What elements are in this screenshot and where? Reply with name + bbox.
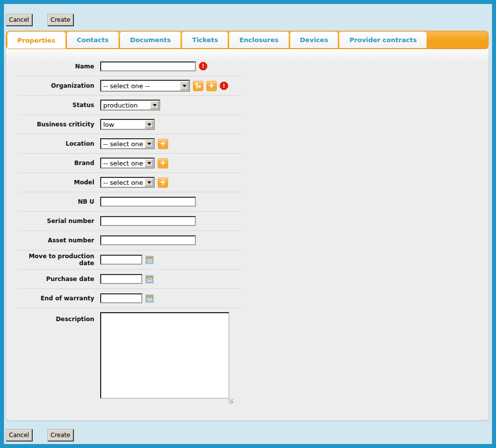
organization-select[interactable]: -- select one -- xyxy=(100,80,190,92)
serial-number-input[interactable] xyxy=(100,216,196,226)
field-row-nb-u: NB U xyxy=(18,192,240,211)
move-to-production-date-input[interactable] xyxy=(100,255,142,265)
chevron-down-icon[interactable] xyxy=(145,178,153,186)
status-select[interactable]: production xyxy=(100,100,160,111)
field-row-purchase-date: Purchase date xyxy=(18,269,240,288)
model-label: Model xyxy=(18,179,94,186)
field-row-business-criticity: Business criticity low xyxy=(18,114,240,134)
field-row-brand: Brand -- select one -- + xyxy=(18,153,240,172)
business-criticity-label: Business criticity xyxy=(18,121,94,128)
tab-provider-contracts[interactable]: Provider contracts xyxy=(339,32,427,48)
description-textarea[interactable] xyxy=(100,312,229,398)
move-to-production-date-label: Move to production date xyxy=(18,253,94,267)
description-label: Description xyxy=(18,308,94,323)
hierarchy-icon xyxy=(195,83,201,89)
model-select-value: -- select one -- xyxy=(103,179,144,186)
chevron-down-icon[interactable] xyxy=(145,120,153,128)
chevron-down-icon[interactable] xyxy=(180,81,188,90)
tab-enclosures[interactable]: Enclosures xyxy=(229,32,288,48)
field-row-status: Status production xyxy=(18,95,240,114)
location-select-value: -- select one -- xyxy=(103,140,144,148)
mandatory-icon: ! xyxy=(220,82,228,90)
tab-properties[interactable]: Properties xyxy=(7,32,65,49)
location-label: Location xyxy=(18,140,94,147)
business-criticity-select-value: low xyxy=(103,121,144,128)
field-row-description: Description xyxy=(18,308,240,413)
chevron-down-icon[interactable] xyxy=(145,159,153,167)
name-input[interactable] xyxy=(100,61,196,71)
calendar-icon[interactable] xyxy=(145,275,154,283)
tab-bar: Properties Contacts Documents Tickets En… xyxy=(6,31,489,49)
tab-documents[interactable]: Documents xyxy=(120,32,181,48)
tab-tickets[interactable]: Tickets xyxy=(182,32,228,48)
brand-select[interactable]: -- select one -- xyxy=(100,158,155,168)
resize-handle[interactable] xyxy=(229,399,233,403)
nb-u-input[interactable] xyxy=(100,197,196,207)
end-of-warranty-input[interactable] xyxy=(100,293,142,303)
brand-select-value: -- select one -- xyxy=(103,160,144,167)
tab-devices[interactable]: Devices xyxy=(290,32,338,48)
purchase-date-label: Purchase date xyxy=(18,276,94,282)
create-button[interactable]: Create xyxy=(48,429,74,442)
properties-panel: Name ! Organization -- select one -- xyxy=(6,49,489,420)
field-row-location: Location -- select one -- + xyxy=(18,134,240,153)
add-icon: + xyxy=(160,160,166,167)
calendar-icon[interactable] xyxy=(145,256,154,264)
field-row-model: Model -- select one -- + xyxy=(18,172,240,192)
purchase-date-input[interactable] xyxy=(100,274,142,284)
field-row-asset-number: Asset number xyxy=(18,230,240,250)
cancel-button[interactable]: Cancel xyxy=(6,14,33,26)
organization-select-value: -- select one -- xyxy=(103,82,180,90)
organization-label: Organization xyxy=(18,82,94,89)
add-model-button[interactable]: + xyxy=(158,177,168,188)
name-label: Name xyxy=(18,63,94,70)
model-select[interactable]: -- select one -- xyxy=(100,177,155,188)
field-row-end-of-warranty: End of warranty xyxy=(18,288,240,308)
brand-label: Brand xyxy=(18,160,94,167)
add-organization-button[interactable]: + xyxy=(206,81,217,91)
field-row-serial-number: Serial number xyxy=(18,211,240,230)
hierarchy-button[interactable] xyxy=(193,81,203,91)
add-brand-button[interactable]: + xyxy=(158,158,168,168)
nb-u-label: NB U xyxy=(18,198,94,205)
form: Name ! Organization -- select one -- xyxy=(18,56,240,413)
status-label: Status xyxy=(18,102,94,109)
serial-number-label: Serial number xyxy=(18,218,94,224)
add-icon: + xyxy=(208,82,215,90)
create-button[interactable]: Create xyxy=(48,14,74,26)
add-icon: + xyxy=(160,140,166,148)
mandatory-icon: ! xyxy=(199,62,207,70)
asset-number-label: Asset number xyxy=(18,237,94,244)
bottom-toolbar: Cancel Create xyxy=(6,420,492,442)
asset-number-input[interactable] xyxy=(100,235,196,245)
status-select-value: production xyxy=(103,102,150,109)
field-row-move-to-production-date: Move to production date xyxy=(18,250,240,269)
business-criticity-select[interactable]: low xyxy=(100,119,155,130)
end-of-warranty-label: End of warranty xyxy=(18,295,94,302)
location-select[interactable]: -- select one -- xyxy=(100,138,155,149)
add-location-button[interactable]: + xyxy=(158,139,168,149)
calendar-icon[interactable] xyxy=(145,294,154,303)
cancel-button[interactable]: Cancel xyxy=(6,429,33,442)
add-icon: + xyxy=(160,179,166,186)
field-row-name: Name ! xyxy=(18,56,240,76)
chevron-down-icon[interactable] xyxy=(145,140,153,148)
field-row-organization: Organization -- select one -- + ! xyxy=(18,76,240,95)
tab-contacts[interactable]: Contacts xyxy=(67,32,119,48)
chevron-down-icon[interactable] xyxy=(150,101,159,109)
top-toolbar: Cancel Create xyxy=(6,4,492,31)
